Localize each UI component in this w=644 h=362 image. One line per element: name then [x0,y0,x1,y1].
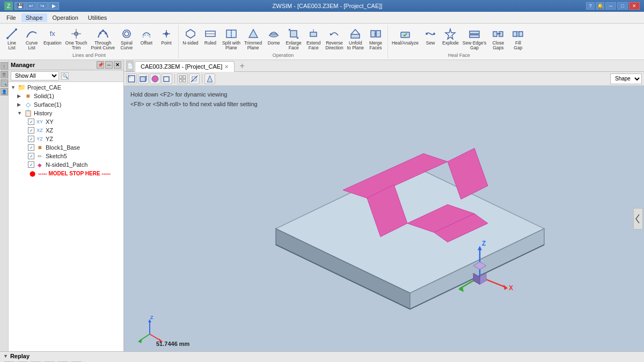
through-point-curve-btn[interactable]: ThroughPoint Curve [90,26,116,51]
close-gaps-btn[interactable]: CloseGaps [488,26,508,51]
history-icon: 📋 [24,109,32,117]
left-icon-3[interactable]: 🔍 [1,79,8,87]
heal-buttons: Heal/Analyze Sew Explode Sew Edge'sGap [390,26,528,51]
left-icon-2[interactable]: ☰ [1,71,8,78]
block1-checkbox[interactable]: ✓ [28,144,34,151]
tree-item-block1[interactable]: ✓ ■ Block1_Base [9,143,123,152]
one-touch-trim-btn[interactable]: One TouchTrim [64,26,89,51]
trimmed-plane-btn[interactable]: TrimmedPlane [243,26,264,51]
point-btn[interactable]: Point [157,26,176,46]
tree-item-solid[interactable]: ▶ ■ Solid(1) [9,92,123,100]
vp-perspective-btn[interactable] [126,73,137,84]
spiral-curve-btn[interactable]: SpiralCurve [117,26,136,51]
svg-rect-36 [470,35,479,38]
curve-list-btn[interactable]: CurveList [22,26,41,51]
manager-close-btn[interactable]: ✕ [114,61,121,69]
tree-item-project[interactable]: ▼ 📁 Project_CAE [9,83,123,92]
left-icon-4[interactable]: 👤 [1,88,8,95]
heal-group-label: Heal Face [448,51,470,58]
fill-gap-btn[interactable]: FillGap [508,26,528,51]
left-icon-1[interactable]: ↕ [1,62,8,70]
solid-label: Solid(1) [34,93,54,99]
project-label: Project_CAE [27,84,61,91]
manager-search-btn[interactable]: 🔍 [61,72,69,80]
tree-item-history[interactable]: ▼ 📋 History [9,109,123,117]
quick-redo-btn[interactable]: ↪ [37,2,48,10]
tree-item-surface[interactable]: ▶ ◇ Surface(1) [9,100,123,109]
sew-btn[interactable]: Sew [421,26,440,46]
notification-btn[interactable]: 🔔 [596,2,604,10]
offset-btn[interactable]: Offset [137,26,156,46]
close-btn[interactable]: ✕ [629,2,640,10]
tree-item-nsided1[interactable]: ✓ ◆ N-sided1_Patch [9,160,123,169]
xz-icon: XZ [35,127,44,134]
quick-fwd-btn[interactable]: ▶ [48,2,59,10]
n-sided-btn[interactable]: N-sided [181,26,200,46]
vp-color-btn[interactable] [150,73,160,84]
sew-icon [424,27,437,40]
xy-checkbox[interactable]: ✓ [28,119,34,125]
tree-item-xy[interactable]: ✓ XY XY [9,117,123,126]
nsided1-checkbox[interactable]: ✓ [28,161,34,168]
split-with-plane-btn[interactable]: Split withPlane [221,26,242,51]
svg-marker-59 [276,164,544,293]
tab-bar: 📄 CAE003.Z3EM - [Project_CAE] ✕ + [124,60,644,72]
heal-analyze-btn[interactable]: Heal/Analyze [390,26,420,46]
vp-render-btn[interactable] [204,73,215,84]
svg-marker-58 [207,76,213,82]
new-tab-btn[interactable]: + [237,61,247,71]
sketch5-icon: ✏ [35,152,44,160]
tab-bar-file-icon[interactable]: 📄 [126,61,134,71]
vp-wire-btn[interactable] [162,73,172,84]
tree-item-yz[interactable]: ✓ YZ YZ [9,135,123,143]
xz-checkbox[interactable]: ✓ [28,127,34,134]
menu-shape[interactable]: Shape [21,13,47,22]
dome-btn[interactable]: Dome [264,26,283,46]
menu-file[interactable]: File [2,13,20,22]
sew-edges-gap-btn[interactable]: Sew Edge'sGap [461,26,488,51]
svg-marker-14 [186,29,195,38]
unfold-to-plane-btn[interactable]: Unfoldto Plane [346,26,365,51]
vp-solid-btn[interactable] [138,73,149,84]
sketch5-checkbox[interactable]: ✓ [28,153,34,159]
replay-expand-arrow[interactable]: ▼ [3,353,8,359]
manager-pin-btn[interactable]: 📌 [97,61,104,69]
window-title: ZWSIM - [CAE003.Z3EM - [Project_CAE]] [69,3,586,9]
tree-item-sketch5[interactable]: ✓ ✏ Sketch5 [9,152,123,160]
yz-label: YZ [46,136,53,142]
quick-save-btn[interactable]: 💾 [14,2,25,10]
extend-face-btn[interactable]: ExtendFace [304,26,323,51]
curve-list-icon [25,27,38,40]
enlarge-face-btn[interactable]: EnlargeFace [284,26,303,51]
help-btn[interactable]: ? [586,2,595,10]
show-all-select[interactable]: Show All [11,71,59,80]
sketch5-label: Sketch5 [46,153,67,159]
menu-operation[interactable]: Operation [48,13,83,22]
operation-buttons: N-sided Ruled Split withPlane TrimmedPla… [181,26,385,51]
tree-item-xz[interactable]: ✓ XZ XZ [9,126,123,135]
line-list-btn[interactable]: LineList [2,26,21,51]
viewport-canvas[interactable]: Hold down <F2> for dynamic viewing <F8> … [124,86,644,351]
manager-minimize-btn[interactable]: ─ [105,61,113,69]
maximize-btn[interactable]: □ [617,2,628,10]
reverse-direction-btn[interactable]: ReverseDirection [324,26,345,51]
through-point-icon [97,27,109,40]
yz-checkbox[interactable]: ✓ [28,136,34,142]
vp-section-btn[interactable] [189,73,200,84]
vp-grid-btn[interactable] [177,73,188,84]
equation-btn[interactable]: fx Equation [42,26,63,46]
vp-separator-1 [174,74,175,84]
svg-rect-21 [290,31,297,37]
merge-faces-btn[interactable]: MergeFaces [366,26,385,51]
tree-arrow-history: ▼ [17,110,24,116]
tab-close-btn[interactable]: ✕ [224,64,229,70]
quick-undo-btn[interactable]: ↩ [26,2,36,10]
shape-mode-select[interactable]: Shape [610,73,642,84]
menu-utilities[interactable]: Utilities [84,13,111,22]
viewport-tab-cae003[interactable]: CAE003.Z3EM - [Project_CAE] ✕ [135,61,235,72]
right-edge-collapse-btn[interactable] [633,208,643,230]
minimize-btn[interactable]: ─ [605,2,616,10]
ruled-btn[interactable]: Ruled [201,26,220,46]
explode-btn[interactable]: Explode [441,26,460,46]
menubar: File Shape Operation Utilities [0,12,644,24]
